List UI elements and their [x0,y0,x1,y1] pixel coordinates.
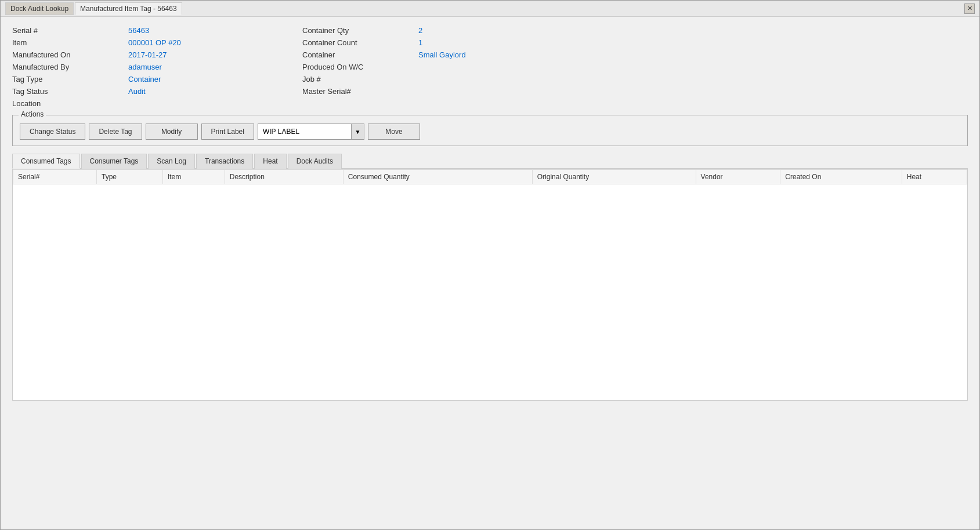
master-serial-label: Master Serial# [302,87,418,96]
manufactured-on-label: Manufactured On [12,50,128,59]
print-label-button[interactable]: Print Label [201,124,254,140]
col-vendor: Vendor [696,170,780,184]
tab-consumer-tags[interactable]: Consumer Tags [81,154,147,169]
table-header-row: Serial# Type Item Description Consumed Q… [13,170,967,184]
col-created-on: Created On [780,170,902,184]
tab-dock-audit-lookup[interactable]: Dock Audit Lookup [5,2,74,15]
job-hash-value [418,75,592,84]
produced-on-wc-label: Produced On W/C [302,63,418,71]
tag-type-label: Tag Type [12,75,128,84]
actions-legend: Actions [19,110,46,118]
manufactured-by-label: Manufactured By [12,63,128,71]
actions-row: Change Status Delete Tag Modify Print La… [20,124,960,140]
actions-group: Actions Change Status Delete Tag Modify … [12,115,968,146]
manufactured-by-value: adamuser [128,63,302,71]
tab-transactions[interactable]: Transactions [196,154,253,169]
container-count-value: 1 [418,38,592,47]
delete-tag-button[interactable]: Delete Tag [89,124,142,140]
produced-on-wc-value [418,63,592,71]
title-bar: Dock Audit Lookup Manufactured Item Tag … [1,1,979,17]
location-label: Location [12,99,128,108]
col-consumed-qty: Consumed Quantity [343,170,532,184]
item-label: Item [12,38,128,47]
container-value: Small Gaylord [418,50,592,59]
location-value [128,99,302,108]
tabs-bar: Consumed Tags Consumer Tags Scan Log Tra… [12,153,968,169]
col-heat: Heat [902,170,967,184]
dropdown-arrow-icon[interactable]: ▼ [351,124,364,139]
main-window: Dock Audit Lookup Manufactured Item Tag … [0,0,980,530]
master-serial-value [418,87,592,96]
tab-dock-audits[interactable]: Dock Audits [288,154,342,169]
tag-type-value: Container [128,75,302,84]
info-grid: Serial # 56463 Container Qty 2 Item 0000… [12,26,968,108]
container-qty-label: Container Qty [302,26,418,35]
col-description: Description [225,170,343,184]
tag-status-label: Tag Status [12,87,128,96]
container-label: Container [302,50,418,59]
consumed-tags-table: Serial# Type Item Description Consumed Q… [13,169,967,184]
content-area: Serial # 56463 Container Qty 2 Item 0000… [1,17,979,529]
label-type-input[interactable] [258,124,351,139]
container-count-label: Container Count [302,38,418,47]
serial-label: Serial # [12,26,128,35]
tab-heat[interactable]: Heat [254,154,286,169]
close-button[interactable]: ✕ [964,3,975,14]
tag-status-value: Audit [128,87,302,96]
modify-button[interactable]: Modify [146,124,198,140]
manufactured-on-value: 2017-01-27 [128,50,302,59]
item-value: 000001 OP #20 [128,38,302,47]
label-type-dropdown[interactable]: ▼ [258,124,364,140]
job-hash-label: Job # [302,75,418,84]
serial-value: 56463 [128,26,302,35]
col-item: Item [162,170,225,184]
change-status-button[interactable]: Change Status [20,124,85,140]
container-qty-value: 2 [418,26,592,35]
tab-scan-log[interactable]: Scan Log [148,154,195,169]
move-button[interactable]: Move [368,124,420,140]
col-serial: Serial# [13,170,97,184]
table-container: Serial# Type Item Description Consumed Q… [12,169,968,401]
col-original-qty: Original Quantity [532,170,696,184]
tab-manufactured-item-tag[interactable]: Manufactured Item Tag - 56463 [75,2,182,15]
col-type: Type [96,170,162,184]
tab-consumed-tags[interactable]: Consumed Tags [12,154,80,169]
